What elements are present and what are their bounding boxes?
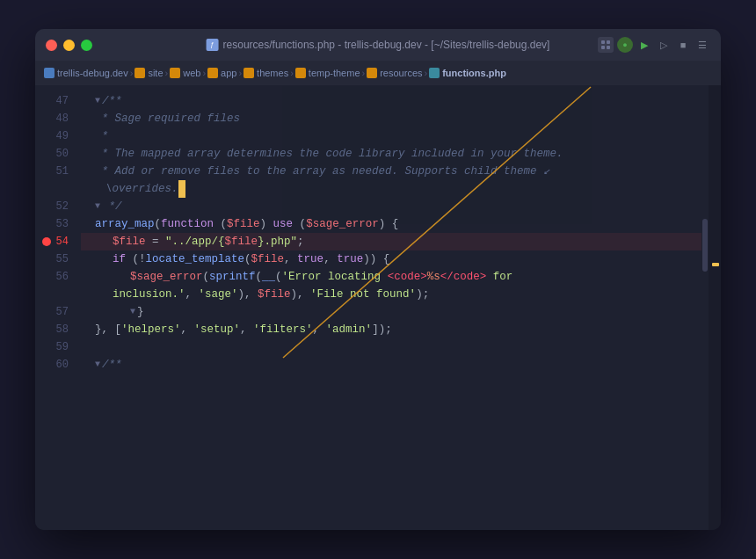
toolbar-menu-btn[interactable]: ☰	[694, 37, 710, 53]
breadcrumb-item-site[interactable]: site	[134, 68, 163, 78]
breadcrumb-sep-2: ›	[165, 68, 169, 78]
breadcrumb-label-themes: themes	[257, 68, 288, 78]
scrollbar-track[interactable]	[701, 85, 709, 530]
line-num-55: 55	[35, 250, 81, 268]
toolbar-grid-btn[interactable]	[598, 37, 614, 53]
breadcrumb-icon-root	[44, 68, 55, 78]
svg-rect-2	[601, 46, 605, 49]
code-line-56b: inclusion.', 'sage'), $file), 'File not …	[81, 286, 709, 303]
line-numbers: 47 48 49 50 51 52 53 54 55 56 57 58 59 6…	[35, 85, 81, 530]
breadcrumb-sep-7: ›	[425, 68, 428, 78]
code-line-59	[81, 338, 709, 356]
titlebar: ƒ resources/functions.php - trellis-debu…	[35, 29, 721, 61]
breadcrumb-sep-3: ›	[202, 68, 206, 78]
line-num-60: 60	[35, 356, 81, 374]
breadcrumb-item-resources[interactable]: resources	[367, 68, 422, 78]
code-line-58: }, ['helpers', 'setup', 'filters', 'admi…	[81, 321, 709, 338]
breadcrumb-bar: trellis-debug.dev › site › web › app › t…	[35, 61, 721, 85]
breadcrumb-item-app[interactable]: app	[207, 68, 236, 78]
line-num-59: 59	[35, 338, 81, 356]
toolbar-play-btn[interactable]: ▶	[636, 37, 652, 53]
editor-area: 47 48 49 50 51 52 53 54 55 56 57 58 59 6…	[35, 85, 721, 530]
file-icon: ƒ	[207, 39, 219, 51]
toolbar-actions: ● ▶ ▷ ■ ☰	[598, 37, 710, 53]
code-line-54: $file = "../app/{$file}.php";	[81, 233, 709, 250]
breadcrumb-icon-themes	[244, 68, 254, 78]
breadcrumb-icon-web	[170, 68, 180, 78]
breadcrumb-icon-file	[429, 68, 440, 78]
code-line-49: *	[81, 127, 709, 145]
svg-rect-0	[601, 40, 605, 44]
code-line-53: array_map(function ($file) use ($sage_er…	[81, 215, 709, 233]
editor-window: ƒ resources/functions.php - trellis-debu…	[35, 29, 721, 530]
breadcrumb-item-theme[interactable]: temp-theme	[295, 68, 360, 78]
breadcrumb-label-theme: temp-theme	[309, 68, 360, 78]
window-title: ƒ resources/functions.php - trellis-debu…	[207, 39, 550, 51]
breadcrumb-icon-app	[207, 68, 218, 78]
code-line-60: ▼/**	[81, 356, 709, 374]
breadcrumb-label-web: web	[183, 68, 200, 78]
close-button[interactable]	[46, 40, 57, 51]
code-line-51: * Add or remove files to the array as ne…	[81, 163, 709, 180]
line-num-54: 54	[35, 233, 81, 250]
code-line-52: ▼ */	[81, 198, 709, 215]
toolbar-debug-btn[interactable]: ●	[617, 37, 633, 53]
code-line-57: ▼}	[81, 303, 709, 321]
breadcrumb-label-site: site	[148, 68, 163, 78]
breadcrumb-label-root: trellis-debug.dev	[57, 68, 128, 78]
breadcrumb-label-app: app	[221, 68, 236, 78]
code-line-55: if (!locate_template($file, true, true))…	[81, 250, 709, 268]
code-editor[interactable]: ▼/** * Sage required files * * The mappe…	[81, 85, 709, 530]
breadcrumb-icon-resources	[367, 68, 377, 78]
line-num-56b	[35, 286, 81, 303]
breadcrumb-item-web[interactable]: web	[170, 68, 200, 78]
toolbar-play2-btn[interactable]: ▷	[656, 37, 672, 53]
breadcrumb-sep-4: ›	[238, 68, 242, 78]
breadcrumb-sep-6: ›	[362, 68, 366, 78]
breadcrumb-label-resources: resources	[380, 68, 422, 78]
line-num-49: 49	[35, 127, 81, 145]
line-num-51b	[35, 180, 81, 198]
minimap-highlight	[712, 263, 719, 266]
svg-rect-3	[607, 46, 610, 49]
line-num-52: 52	[35, 198, 81, 215]
code-line-47: ▼/**	[81, 92, 709, 110]
breadcrumb-label-file: functions.php	[442, 68, 506, 78]
code-line-56: $sage_error(sprintf(__('Error locating <…	[81, 268, 709, 286]
line-num-53: 53	[35, 215, 81, 233]
minimap	[709, 85, 721, 530]
line-num-56: 56	[35, 268, 81, 286]
minimize-button[interactable]	[63, 40, 75, 51]
breadcrumb-sep-1: ›	[130, 68, 134, 78]
line-num-58: 58	[35, 321, 81, 338]
breadcrumb-icon-site	[134, 68, 145, 78]
fullscreen-button[interactable]	[81, 40, 92, 51]
scrollbar-thumb[interactable]	[702, 219, 708, 272]
code-line-51b: \overrides.	[81, 180, 709, 198]
code-line-50: * The mapped array determines the code l…	[81, 145, 709, 163]
line-num-57: 57	[35, 303, 81, 321]
breadcrumb-item-themes[interactable]: themes	[244, 68, 288, 78]
line-num-50: 50	[35, 145, 81, 163]
svg-rect-1	[607, 40, 610, 44]
breadcrumb-item-root[interactable]: trellis-debug.dev	[44, 68, 128, 78]
line-num-51: 51	[35, 163, 81, 180]
line-num-48: 48	[35, 110, 81, 127]
breadcrumb-sep-5: ›	[290, 68, 294, 78]
line-num-47: 47	[35, 92, 81, 110]
breadcrumb-icon-theme	[295, 68, 306, 78]
breadcrumb-item-file[interactable]: functions.php	[429, 68, 506, 78]
code-line-48: * Sage required files	[81, 110, 709, 127]
toolbar-stop-btn[interactable]: ■	[675, 37, 691, 53]
traffic-lights	[46, 40, 92, 51]
